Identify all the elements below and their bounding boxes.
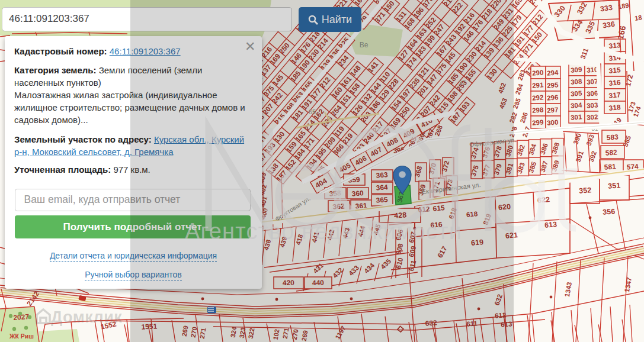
svg-text:Домклик: Домклик bbox=[51, 308, 122, 326]
